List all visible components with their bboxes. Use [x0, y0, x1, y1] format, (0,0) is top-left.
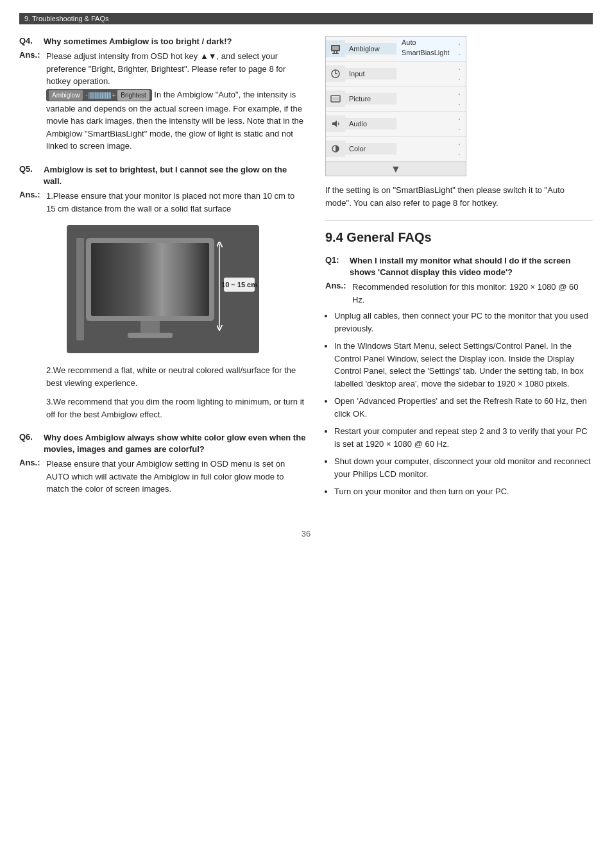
q1-block: Q1: When I install my monitor what shoul… — [325, 255, 593, 498]
q4-question-line: Q4. Why sometimes Ambiglow is too bright… — [19, 36, 306, 47]
q6-question-line: Q6. Why does Ambiglow always show white … — [19, 432, 306, 455]
osd-row-audio: Audio · · — [326, 112, 466, 137]
input-icon — [326, 65, 345, 82]
page: 9. Troubleshooting & FAQs Q4. Why someti… — [0, 0, 612, 868]
hotkey-bar-fill: - |||||||||||||||||||||| + — [85, 90, 115, 100]
q4-answer-text: Please adjust intensity from OSD hot key… — [46, 50, 306, 153]
q4-ans-label: Ans.: — [19, 50, 46, 60]
svg-rect-3 — [91, 243, 209, 316]
q4-answer-line: Ans.: Please adjust intensity from OSD h… — [19, 50, 306, 153]
svg-rect-13 — [336, 51, 337, 53]
two-column-layout: Q4. Why sometimes Ambiglow is too bright… — [19, 36, 593, 510]
svg-rect-11 — [332, 46, 339, 50]
bullet-2: In the Windows Start Menu, select Settin… — [334, 340, 593, 390]
page-number: 36 — [19, 529, 593, 538]
hotkey-amb-label: Ambiglow — [49, 90, 83, 101]
color-icon — [326, 140, 345, 157]
bullet-5: Shut down your computer, disconnect your… — [334, 455, 593, 480]
right-column: Ambiglow Auto· SmartBiasLight· Input — [325, 36, 593, 510]
monitor-image-wrap: 10 ~ 15 cm — [19, 225, 306, 355]
section-title-94: 9.4 General FAQs — [325, 230, 593, 245]
osd-picture-options: · · — [396, 87, 466, 111]
svg-rect-4 — [140, 321, 160, 333]
q1-answer-intro: Recommended resolution for this monitor:… — [352, 281, 593, 306]
q1-answer-line: Ans.: Recommended resolution for this mo… — [325, 281, 593, 306]
bullet-3: Open 'Advanced Properties' and set the R… — [334, 395, 593, 420]
q4-label: Q4. — [19, 36, 44, 46]
q5-answer-intro: 1.Please ensure that your monitor is pla… — [46, 190, 306, 215]
left-column: Q4. Why sometimes Ambiglow is too bright… — [19, 36, 306, 510]
bullet-4: Restart your computer and repeat step 2 … — [334, 425, 593, 450]
picture-icon — [326, 90, 345, 107]
osd-option-auto: Auto· — [402, 38, 461, 49]
svg-rect-5 — [128, 333, 173, 338]
q5-label: Q5. — [19, 164, 44, 174]
osd-row-color: Color · · — [326, 137, 466, 162]
osd-footer: ▼ — [326, 162, 466, 176]
osd-audio-name: Audio — [345, 118, 396, 129]
ambiglow-icon — [326, 40, 345, 57]
q4-block: Q4. Why sometimes Ambiglow is too bright… — [19, 36, 306, 153]
hotkey-bar: Ambiglow - |||||||||||||||||||||| + Brig… — [46, 89, 152, 101]
osd-input-name: Input — [345, 68, 396, 79]
osd-picture-name: Picture — [345, 93, 396, 104]
q1-question-line: Q1: When I install my monitor what shoul… — [325, 255, 593, 278]
section-divider — [325, 221, 593, 221]
q6-label: Q6. — [19, 432, 44, 442]
audio-icon — [326, 115, 345, 132]
q6-ans-label: Ans.: — [19, 458, 46, 467]
section-header: 9. Troubleshooting & FAQs — [19, 13, 593, 24]
osd-option-smartbias: SmartBiasLight· — [402, 49, 461, 59]
monitor-illustration: 10 ~ 15 cm — [67, 225, 259, 353]
osd-row-picture: Picture · · — [326, 87, 466, 112]
svg-rect-14 — [332, 53, 339, 54]
q4-answer-part1: Please adjust intensity from OSD hot key… — [46, 51, 285, 86]
q5-question-line: Q5. Ambiglow is set to brightest, but I … — [19, 164, 306, 187]
osd-color-options: · · — [396, 137, 466, 161]
q6-block: Q6. Why does Ambiglow always show white … — [19, 432, 306, 496]
q1-ans-label: Ans.: — [325, 281, 352, 290]
q6-question: Why does Ambiglow always show white colo… — [44, 432, 306, 455]
osd-row-input: Input · · — [326, 62, 466, 87]
svg-rect-12 — [334, 51, 335, 53]
q5-block: Q5. Ambiglow is set to brightest, but I … — [19, 164, 306, 421]
svg-rect-9 — [76, 238, 84, 340]
osd-input-options: · · — [396, 62, 466, 86]
osd-menu: Ambiglow Auto· SmartBiasLight· Input — [325, 36, 466, 176]
q5-additional-answers: 2.We recommend a flat, white or neutral … — [19, 364, 306, 421]
osd-color-name: Color — [345, 143, 396, 154]
q6-answer-line: Ans.: Please ensure that your Ambiglow s… — [19, 458, 306, 496]
q5-answer-2: 2.We recommend a flat, white or neutral … — [46, 364, 306, 389]
q6-answer: Please ensure that your Ambiglow setting… — [46, 458, 306, 496]
q5-ans-label: Ans.: — [19, 190, 46, 199]
osd-row-ambiglow: Ambiglow Auto· SmartBiasLight· — [326, 37, 466, 62]
monitor-svg: 10 ~ 15 cm — [67, 225, 259, 355]
q5-answer-line: Ans.: 1.Please ensure that your monitor … — [19, 190, 306, 215]
q5-question: Ambiglow is set to brightest, but I cann… — [44, 164, 306, 187]
right-info-text: If the setting is on "SmartBiasLight" th… — [325, 184, 593, 209]
bullet-6: Turn on your monitor and then turn on yo… — [334, 485, 593, 498]
osd-ambiglow-options: Auto· SmartBiasLight· — [396, 37, 466, 61]
q1-question: When I install my monitor what should I … — [350, 255, 593, 278]
hotkey-bright-label: Brightest — [117, 90, 149, 101]
q1-bullet-list: Unplug all cables, then connect your PC … — [325, 310, 593, 498]
q4-question: Why sometimes Ambiglow is too bright / d… — [44, 36, 232, 47]
svg-rect-17 — [332, 97, 339, 101]
osd-audio-options: · · — [396, 112, 466, 136]
bullet-1: Unplug all cables, then connect your PC … — [334, 310, 593, 335]
svg-text:10 ~ 15 cm: 10 ~ 15 cm — [221, 281, 257, 288]
osd-ambiglow-name: Ambiglow — [345, 43, 396, 54]
osd-scroll-down-icon: ▼ — [391, 163, 401, 175]
q5-answer-3: 3.We recommend that you dim the room lig… — [46, 396, 306, 421]
q1-label: Q1: — [325, 255, 350, 265]
